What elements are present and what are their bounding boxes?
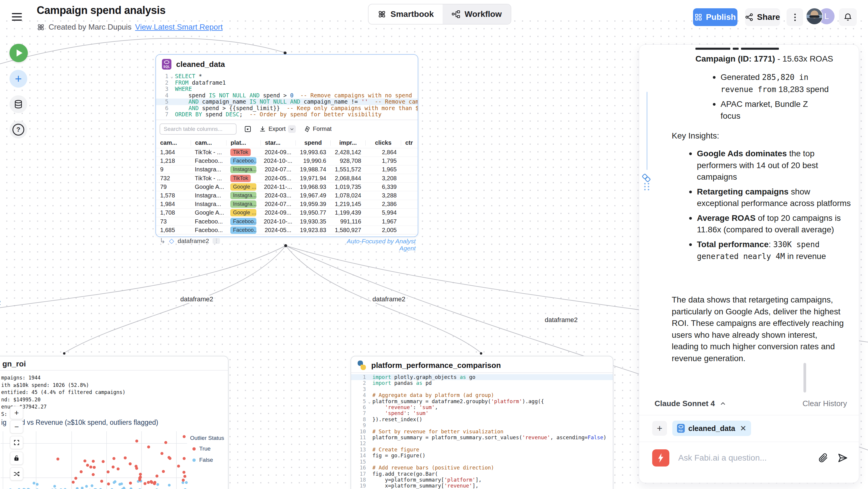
expand-icon	[244, 125, 251, 132]
auto-focus-label: Auto-Focused by Analyst Agent	[332, 238, 416, 252]
column-header[interactable]: clicks	[365, 140, 401, 146]
link-cell-icon[interactable]	[641, 173, 651, 183]
share-button[interactable]: Share	[745, 8, 780, 26]
list-item: Average ROAS of top 20 campaigns is 11.8…	[689, 212, 851, 236]
column-header[interactable]: ctr	[401, 140, 418, 146]
table-row[interactable]: 9Instagra...Instagra...2024-07...19,988.…	[156, 165, 418, 174]
chat-input[interactable]	[678, 453, 810, 463]
expand-table-button[interactable]	[244, 125, 251, 132]
scatter-plot[interactable]	[1, 431, 210, 489]
tab-smartbook-label: Smartbook	[391, 9, 434, 19]
avatar-initial: L	[824, 11, 829, 21]
python-editor[interactable]: 1import plotly.graph_objects as go2impor…	[351, 373, 613, 489]
publish-label: Publish	[706, 12, 736, 22]
edge-label-dataframe2: dataframe2	[543, 316, 579, 324]
list-item: Generated 285,820 in revenue from 18,283…	[713, 71, 829, 95]
chart-title-fragment: ig	[1, 419, 6, 427]
run-workflow-button[interactable]	[9, 44, 28, 62]
node-platform-performance-comparison[interactable]: platform_performance_comparison 1import …	[350, 356, 613, 489]
platform-badge: Faceboo...	[230, 157, 256, 164]
output-drag-handle[interactable]: ⋮	[213, 238, 220, 244]
list-item: Retargeting campaigns show exceptional p…	[689, 186, 851, 209]
panel-scrollbar[interactable]	[803, 363, 806, 393]
next-page-button[interactable]: ›	[410, 236, 413, 237]
column-header[interactable]: impr...	[330, 140, 365, 146]
sql-table-icon: SQL	[677, 424, 685, 433]
menu-button[interactable]	[12, 13, 22, 21]
data-sources-button[interactable]	[9, 95, 27, 113]
play-icon	[17, 50, 23, 57]
key-insights-list: Google Ads dominates the top performers …	[689, 148, 851, 266]
add-context-button[interactable]: +	[652, 421, 667, 436]
table-row[interactable]: 1,218Faceboo...Faceboo...2024-10-...19,9…	[156, 157, 418, 165]
share-label: Share	[757, 12, 780, 22]
sql-editor[interactable]: 1⌄SELECT *2FROM dataframe13WHERE4 spend …	[156, 72, 418, 118]
table-row[interactable]: 1,578Instagra...Instagra...2024-03...19,…	[156, 191, 418, 200]
result-table[interactable]: cam...cam...plat...star...spendimpr...cl…	[156, 138, 418, 235]
clipped-message-line	[695, 48, 781, 50]
context-chip-cleaned-data[interactable]: SQL cleaned_data ✕	[672, 421, 751, 436]
edge-label-dataframe2-truncated: dataframe2	[0, 299, 2, 307]
share-icon	[745, 13, 753, 21]
platform-badge: TikTok	[230, 175, 251, 182]
table-row[interactable]: 73Faceboo...Faceboo...2024-10-...19,930.…	[156, 217, 418, 225]
table-row[interactable]: 1,364TikTok - ...TikTok2024-09...19,993.…	[156, 148, 418, 157]
created-by-label: Created by Marc Dupuis	[49, 23, 131, 32]
platform-badge: TikTok	[230, 149, 251, 156]
attachment-icon[interactable]	[818, 453, 829, 463]
view-smart-report-link[interactable]: View Latest Smart Report	[135, 23, 223, 32]
search-table-columns-input[interactable]	[160, 123, 237, 135]
clear-history-button[interactable]: Clear History	[803, 399, 847, 408]
prev-page-button[interactable]: ‹	[361, 236, 364, 237]
database-icon	[13, 99, 23, 109]
help-button[interactable]: ?	[9, 121, 27, 139]
column-header[interactable]: plat...	[226, 140, 260, 146]
remove-context-icon[interactable]: ✕	[740, 424, 746, 433]
node-title: gn_roi	[2, 359, 26, 369]
fullscreen-button[interactable]	[10, 436, 23, 449]
platform-badge: Google ...	[230, 183, 256, 191]
legend-title: Outlier Status	[190, 435, 224, 441]
tab-smartbook[interactable]: Smartbook	[369, 4, 442, 24]
message-drag-handle[interactable]	[644, 183, 650, 190]
table-row[interactable]: 732TikTok - ...TikTok2024-05...19,971.94…	[156, 174, 418, 182]
edge-label-dataframe2: dataframe2	[371, 296, 407, 303]
column-header[interactable]: cam...	[156, 140, 191, 146]
send-icon[interactable]	[837, 452, 848, 463]
zoom-in-button[interactable]: +	[10, 406, 23, 419]
export-button[interactable]: Export	[259, 125, 296, 133]
avatar-user-photo[interactable]	[806, 8, 823, 25]
publish-button[interactable]: Publish	[693, 8, 738, 26]
list-item: Total performance: 330K spend generated …	[689, 239, 851, 263]
node-title: cleaned_data	[176, 60, 225, 69]
output-dataframe-label[interactable]: dataframe2	[178, 237, 209, 245]
shuffle-button[interactable]	[10, 467, 23, 481]
export-options-button[interactable]	[288, 125, 296, 133]
table-row[interactable]: 1,984Instagra...Instagra...2024-07...19,…	[156, 200, 418, 208]
column-header[interactable]: cam...	[191, 140, 226, 146]
smartbook-atom-icon	[377, 10, 386, 19]
list-item: APAC market, Bundle Z focus	[713, 98, 829, 122]
chart-legend[interactable]: Outlier Status True False	[190, 435, 224, 468]
table-row[interactable]: 1,708Google A...Google ...2024-09...19,9…	[156, 208, 418, 217]
column-header[interactable]: star...	[260, 140, 296, 146]
bell-icon	[843, 13, 852, 22]
zoom-out-button[interactable]: −	[10, 420, 23, 433]
table-row[interactable]: 1,685Faceboo...Faceboo...2024-05...19,92…	[156, 225, 418, 234]
table-row[interactable]: 79Google A...Google ...2024-11-...19,968…	[156, 182, 418, 191]
model-selector[interactable]: Claude Sonnet 4	[655, 399, 726, 408]
node-campaign-roi[interactable]: gn_roi mpaigns: 1944ith ≥$10k spend: 102…	[0, 356, 228, 489]
add-node-button[interactable]: +	[9, 70, 27, 88]
download-icon	[259, 125, 266, 132]
format-button[interactable]: Format	[304, 125, 332, 132]
node-cleaned-data[interactable]: SQL cleaned_data 1⌄SELECT *2FROM datafra…	[155, 54, 418, 237]
legend-marker-false	[192, 459, 196, 462]
analyst-chat-panel: Campaign (ID: 1771) - 15.63x ROAS Genera…	[639, 44, 859, 483]
platform-badge: Instagra...	[230, 201, 256, 208]
notifications-button[interactable]	[839, 8, 857, 26]
column-header[interactable]: spend	[296, 140, 330, 146]
lock-axes-button[interactable]	[10, 452, 23, 465]
more-options-button[interactable]	[786, 8, 803, 26]
dataframe-diamond-icon: ◇	[169, 237, 174, 245]
tab-workflow[interactable]: Workflow	[442, 4, 510, 24]
